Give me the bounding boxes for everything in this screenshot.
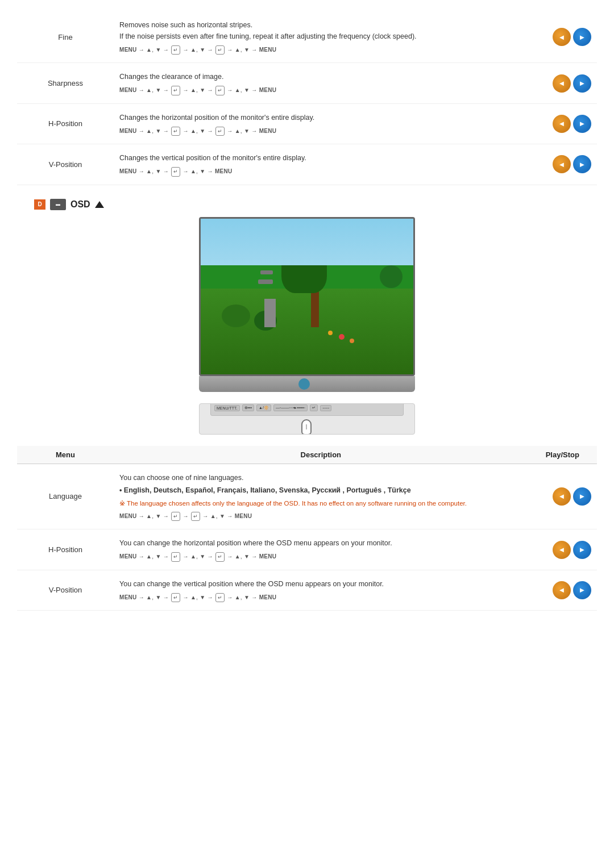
table-row: H-Position You can change the horizontal… [17,529,597,570]
osd-d-icon: D [34,199,45,210]
monitor-button [298,378,310,390]
row-desc: Removes noise such as horizontal stripes… [114,11,528,63]
table-row: H-Position Changes the horizontal positi… [17,103,597,144]
table-row: V-Position Changes the vertical position… [17,144,597,185]
osd-item-5: ↵ [310,404,318,411]
table-row: V-Position You can change the vertical p… [17,570,597,610]
osd-monitor-icon: ▬ [50,199,66,210]
row-btns: ◄ ► [528,570,597,610]
osd-item-4: —◦——◦◦◦▪▸▪▪▪▪▪◦ [273,404,308,411]
row-label: H-Position [17,103,114,144]
nav-path: MENU → ▲, ▼ → ↵ → ▲, ▼ → ↵ → ▲, ▼ → MENU [119,86,522,95]
osd-menu-item: MENU/TTT. [214,405,240,411]
row-btns: ◄ ► [528,529,597,570]
osd-section-header: D ▬ OSD [34,199,597,210]
row-label: Sharpness [17,63,114,103]
osd-bar-menu: MENU/TTT. ⊕▪▪▪ ▲/🔆 —◦——◦◦◦▪▸▪▪▪▪▪◦ ↵ ~~~ [210,403,404,416]
osd-menu-table: Menu Description Play/Stop Language You … [17,446,597,611]
prev-button[interactable]: ◄ [553,115,571,133]
row-label: Fine [17,11,114,63]
row-btns: ◄ ► [528,11,597,63]
osd-item-3: ▲/🔆 [256,404,271,411]
prev-button[interactable]: ◄ [553,74,571,93]
nav-path: MENU → ▲, ▼ → ↵ → ▲, ▼ → ↵ → ▲, ▼ → MENU [119,593,522,602]
btn-pair: ◄ ► [534,28,591,46]
col-playstop-header: Play/Stop [528,446,597,464]
row-label: V-Position [17,570,114,610]
col-menu-header: Menu [17,446,114,464]
next-button[interactable]: ► [573,541,591,559]
nav-path: MENU → ▲, ▼ → ↵ → ▲, ▼ → ↵ → ▲, ▼ → MENU [119,552,522,561]
btn-pair: ◄ ► [534,115,591,133]
osd-triangle-icon [95,201,104,208]
next-button[interactable]: ► [573,487,591,506]
btn-pair: ◄ ► [534,74,591,93]
table-row: Sharpness Changes the clearance of image… [17,63,597,103]
row-btns: ◄ ► [528,464,597,529]
next-button[interactable]: ► [573,581,591,599]
prev-button[interactable]: ◄ [553,28,571,46]
prev-button[interactable]: ◄ [553,581,571,599]
table-row: Fine Removes noise such as horizontal st… [17,11,597,63]
prev-button[interactable]: ◄ [553,487,571,506]
osd-item-2: ⊕▪▪▪ [242,404,254,411]
next-button[interactable]: ► [573,115,591,133]
prev-button[interactable]: ◄ [553,155,571,173]
nav-path: MENU → ▲, ▼ → ↵ → ▲, ▼ → MENU [119,167,522,176]
monitor-screen [199,217,415,376]
row-desc: Changes the horizontal position of the m… [114,103,528,144]
btn-pair: ◄ ► [534,581,591,599]
row-btns: ◄ ► [528,63,597,103]
osd-item-6: ~~~ [320,405,331,411]
btn-pair: ◄ ► [534,541,591,559]
osd-control-bar: MENU/TTT. ⊕▪▪▪ ▲/🔆 —◦——◦◦◦▪▸▪▪▪▪▪◦ ↵ ~~~ [199,403,415,435]
monitor-display [17,217,597,392]
nav-path: MENU → ▲, ▼ → ↵ → ▲, ▼ → ↵ → ▲, ▼ → MENU [119,127,522,136]
next-button[interactable]: ► [573,74,591,93]
osd-label: OSD [70,199,90,210]
col-desc-header: Description [114,446,528,464]
row-desc: You can choose one of nine languages.• E… [114,464,528,529]
btn-pair: ◄ ► [534,487,591,506]
row-btns: ◄ ► [528,103,597,144]
row-desc: Changes the vertical position of the mon… [114,144,528,185]
nav-path: MENU → ▲, ▼ → ↵ → ↵ → ▲, ▼ → MENU [119,512,522,521]
table-row: Language You can choose one of nine lang… [17,464,597,529]
top-menu-table: Fine Removes noise such as horizontal st… [17,11,597,185]
row-desc: You can change the horizontal position w… [114,529,528,570]
next-button[interactable]: ► [573,28,591,46]
nav-path: MENU → ▲, ▼ → ↵ → ▲, ▼ → ↵ → ▲, ▼ → MENU [119,45,522,55]
garden-scene [201,219,413,374]
row-btns: ◄ ► [528,144,597,185]
row-label: H-Position [17,529,114,570]
prev-button[interactable]: ◄ [553,541,571,559]
row-desc: Changes the clearance of image. MENU → ▲… [114,63,528,103]
row-desc: You can change the vertical position whe… [114,570,528,610]
row-label: Language [17,464,114,529]
monitor-stand [199,376,415,392]
row-label: V-Position [17,144,114,185]
next-button[interactable]: ► [573,155,591,173]
btn-pair: ◄ ► [534,155,591,173]
